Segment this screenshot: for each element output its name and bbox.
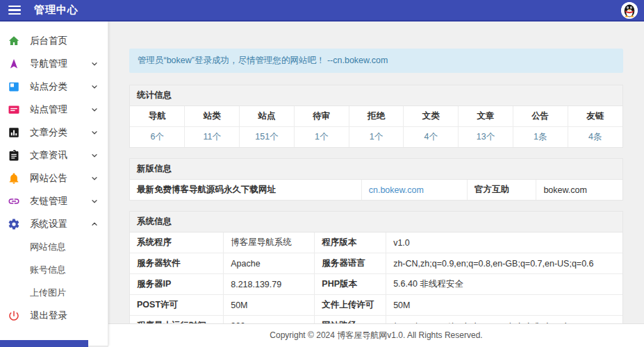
system-info-label: PHP版本 [315, 274, 386, 295]
system-info-label: 文件上传许可 [315, 295, 386, 316]
sidebar-item-label: 站点管理 [30, 103, 90, 116]
copyright-text: Copyright © 2024 博客屋导航网v1.0. All Rights … [270, 330, 482, 341]
link-icon [8, 195, 20, 208]
stats-card-title: 统计信息 [130, 85, 622, 106]
site-manage-icon [8, 103, 20, 116]
sidebar-item-label: 后台首页 [30, 35, 99, 47]
chevron-down-icon [90, 83, 99, 91]
stats-card: 统计信息 导航站类站点待审拒绝文类文章公告友链 6个11个151个1个1个4个1… [129, 85, 623, 148]
system-info-value: 5.6.40 非线程安全 [386, 274, 622, 295]
stats-col-header: 友链 [568, 106, 622, 127]
version-card: 新版信息 最新免费博客导航源码永久下载网址 cn.bokew.com 官方互助 … [129, 158, 623, 201]
stat-value[interactable]: 6个 [130, 127, 185, 148]
system-info-label: 服务器软件 [130, 253, 224, 274]
sidebar-subitem[interactable]: 账号信息 [0, 258, 108, 281]
chevron-down-icon [90, 105, 99, 114]
system-info-value: 50M [386, 295, 622, 316]
system-info-label: 程序版本 [315, 232, 386, 253]
version-card-title: 新版信息 [130, 159, 622, 180]
sidebar-item-label: 系统设置 [30, 218, 90, 230]
stat-value[interactable]: 1个 [349, 127, 404, 148]
stat-value[interactable]: 4条 [568, 127, 622, 148]
system-card-title: 系统信息 [130, 212, 622, 232]
sidebar-item-logout[interactable]: 退出登录 [0, 304, 108, 327]
version-cell: cn.bokew.com [361, 180, 467, 200]
login-alert: 管理员“bokew”登录成功，尽情管理您的网站吧！ --cn.bokew.com [129, 49, 623, 73]
stat-value[interactable]: 1个 [294, 127, 349, 148]
stats-col-header: 公告 [513, 106, 568, 127]
sidebar-item-label: 站点分类 [30, 81, 90, 93]
sidebar-item-5[interactable]: 文章资讯 [0, 144, 108, 167]
navigation-icon [8, 58, 20, 70]
stats-col-header: 待审 [294, 106, 349, 127]
sidebar-item-8[interactable]: 系统设置 [0, 212, 108, 235]
system-info-value: v1.0 [386, 232, 622, 253]
chevron-down-icon [90, 197, 99, 205]
stat-value[interactable]: 4个 [404, 127, 459, 148]
footer: Copyright © 2024 博客屋导航网v1.0. All Rights … [108, 323, 644, 347]
system-info-row: POST许可50M文件上传许可50M [130, 295, 622, 316]
user-avatar[interactable] [621, 2, 638, 19]
download-link[interactable]: cn.bokew.com [369, 185, 424, 195]
sidebar-item-1[interactable]: 导航管理 [0, 52, 108, 75]
stats-col-header: 站类 [185, 106, 240, 127]
sidebar-item-4[interactable]: 文章分类 [0, 121, 108, 144]
stats-col-header: 文类 [404, 106, 459, 127]
bar-chart-icon [8, 126, 20, 139]
version-value-mutual: bokew.com [536, 180, 622, 200]
stats-col-header: 文章 [459, 106, 513, 127]
sidebar-item-6[interactable]: 网站公告 [0, 167, 108, 189]
chevron-up-icon [90, 220, 99, 228]
app-title: 管理中心 [34, 3, 79, 17]
sidebar-item-label: 文章分类 [30, 126, 90, 139]
sidebar-item-label: 友链管理 [30, 195, 90, 208]
system-info-value: Apache [224, 253, 315, 274]
system-card: 系统信息 系统程序博客屋导航系统程序版本v1.0服务器软件Apache服务器语言… [129, 211, 623, 337]
bell-icon [8, 172, 20, 185]
power-icon [8, 310, 20, 322]
stats-col-header: 站点 [240, 106, 295, 127]
topbar: 管理中心 [0, 0, 644, 22]
sidebar-item-label: 文章资讯 [30, 149, 90, 162]
stats-col-header: 拒绝 [349, 106, 404, 127]
version-label-download: 最新免费博客导航源码永久下载网址 [130, 180, 361, 200]
sidebar-item-2[interactable]: 站点分类 [0, 75, 108, 98]
system-info-label: 系统程序 [130, 232, 224, 253]
sidebar-item-label: 网站公告 [30, 172, 90, 185]
stat-value[interactable]: 11个 [185, 127, 240, 148]
stat-value[interactable]: 13个 [459, 127, 513, 148]
home-icon [8, 35, 20, 47]
gear-icon [8, 218, 20, 230]
menu-icon[interactable] [8, 6, 21, 15]
system-table: 系统程序博客屋导航系统程序版本v1.0服务器软件Apache服务器语言zh-CN… [130, 232, 622, 336]
system-info-value: zh-CN,zh;q=0.9,en;q=0.8,en-GB;q=0.7,en-U… [386, 253, 622, 274]
horizontal-scrollbar-thumb[interactable] [0, 340, 88, 347]
system-info-value: 博客屋导航系统 [224, 232, 315, 253]
sidebar-item-0[interactable]: 后台首页 [0, 29, 108, 52]
system-info-value: 8.218.139.79 [224, 274, 315, 295]
chevron-down-icon [90, 128, 99, 137]
main-content: 管理员“bokew”登录成功，尽情管理您的网站吧！ --cn.bokew.com… [108, 22, 644, 346]
version-label-mutual: 官方互助 [468, 180, 536, 200]
chevron-down-icon [90, 151, 99, 160]
sidebar-subitem[interactable]: 上传图片 [0, 281, 108, 304]
stats-table: 导航站类站点待审拒绝文类文章公告友链 6个11个151个1个1个4个13个1条4… [130, 106, 622, 147]
stats-col-header: 导航 [130, 106, 185, 127]
sidebar-item-label: 退出登录 [30, 310, 99, 322]
stat-value[interactable]: 1条 [513, 127, 568, 148]
sidebar-item-7[interactable]: 友链管理 [0, 189, 108, 212]
stat-value[interactable]: 151个 [240, 127, 295, 148]
sidebar-subitem[interactable]: 网站信息 [0, 235, 108, 258]
sidebar-item-3[interactable]: 站点管理 [0, 98, 108, 121]
system-info-value: 50M [224, 295, 315, 316]
site-category-icon [8, 81, 20, 93]
system-info-row: 系统程序博客屋导航系统程序版本v1.0 [130, 232, 622, 253]
clipboard-icon [8, 149, 20, 162]
qq-penguin-icon [621, 2, 638, 19]
system-info-label: 服务器语言 [315, 253, 386, 274]
system-info-row: 服务器软件Apache服务器语言zh-CN,zh;q=0.9,en;q=0.8,… [130, 253, 622, 274]
system-info-row: 服务器IP8.218.139.79PHP版本5.6.40 非线程安全 [130, 274, 622, 295]
chevron-down-icon [90, 174, 99, 183]
version-table: 最新免费博客导航源码永久下载网址 cn.bokew.com 官方互助 bokew… [130, 180, 622, 200]
sidebar: 后台首页导航管理站点分类站点管理文章分类文章资讯网站公告友链管理系统设置网站信息… [0, 22, 108, 346]
